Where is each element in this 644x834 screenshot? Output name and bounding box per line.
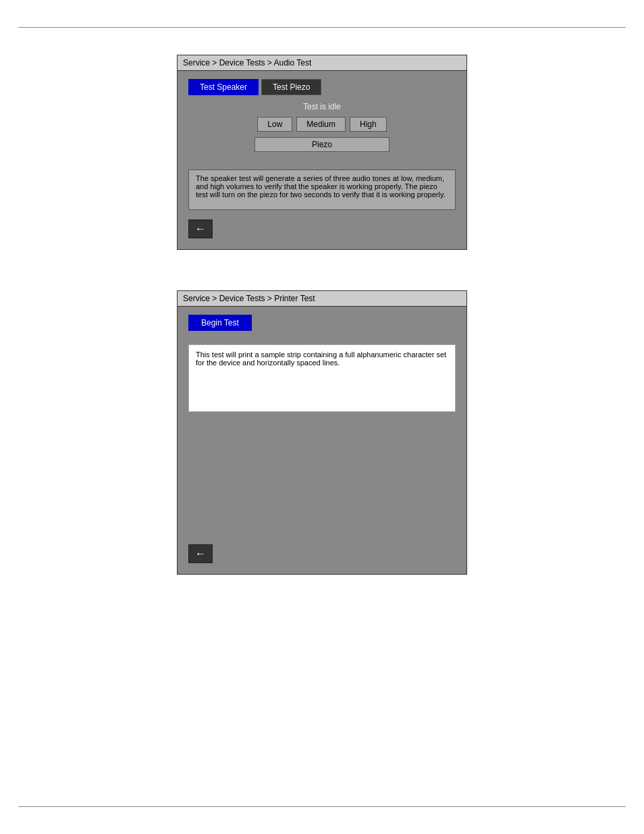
audio-description: The speaker test will generate a series … [188, 170, 456, 210]
piezo-button-row: Piezo [188, 137, 456, 152]
piezo-button[interactable]: Piezo [254, 137, 390, 152]
spacer [188, 157, 456, 170]
tab-test-piezo[interactable]: Test Piezo [261, 79, 321, 95]
audio-back-row: ← [188, 215, 456, 241]
printer-back-button[interactable]: ← [188, 544, 213, 563]
audio-back-button[interactable]: ← [188, 219, 213, 238]
audio-panel-title: Service > Device Tests > Audio Test [178, 55, 466, 71]
printer-description: This test will print a sample strip cont… [188, 344, 456, 412]
printer-panel-body: Begin Test This test will print a sample… [178, 307, 466, 574]
begin-test-button[interactable]: Begin Test [188, 315, 252, 331]
high-button[interactable]: High [350, 117, 387, 132]
audio-test-panel: Service > Device Tests > Audio Test Test… [177, 55, 467, 250]
page-container: Service > Device Tests > Audio Test Test… [0, 0, 644, 834]
tab-test-speaker[interactable]: Test Speaker [188, 79, 259, 95]
printer-spacer [188, 419, 456, 540]
printer-panel-title: Service > Device Tests > Printer Test [178, 291, 466, 307]
top-rule [18, 27, 626, 28]
test-status: Test is idle [188, 102, 456, 111]
printer-back-row: ← [188, 540, 456, 566]
printer-test-panel: Service > Device Tests > Printer Test Be… [177, 290, 467, 575]
volume-button-row: Low Medium High [188, 117, 456, 132]
medium-button[interactable]: Medium [296, 117, 346, 132]
audio-tab-row: Test Speaker Test Piezo [188, 79, 456, 95]
low-button[interactable]: Low [257, 117, 292, 132]
bottom-rule [18, 806, 626, 807]
audio-panel-body: Test Speaker Test Piezo Test is idle Low… [178, 71, 466, 249]
